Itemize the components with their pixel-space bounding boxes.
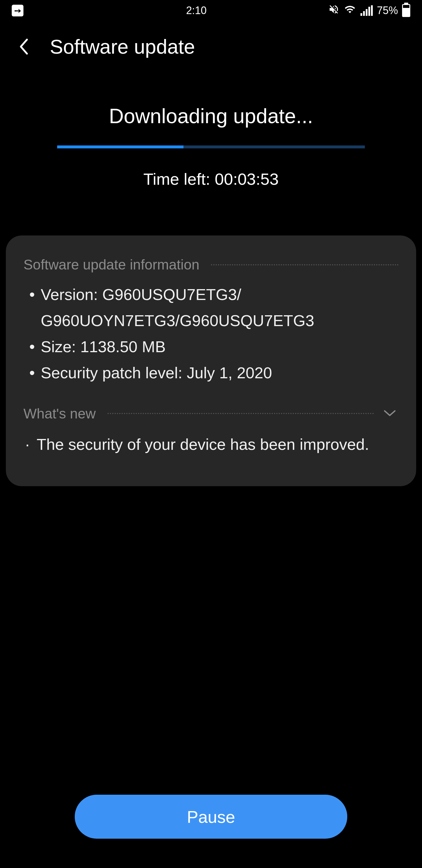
download-status: Downloading update... Time left: 00:03:5… [0,72,422,189]
info-size-text: Size: 1138.50 MB [41,334,398,360]
update-info-list: • Version: G960USQU7ETG3/ G960UOYN7ETG3/… [24,281,398,386]
dotted-divider [211,264,398,266]
update-info-card: Software update information • Version: G… [6,236,416,486]
app-shortcut-icon: ➚ [12,5,24,17]
status-bar: ➚ 2:10 75% [0,0,422,21]
whatsnew-text: The security of your device has been imp… [37,431,369,458]
wifi-icon [344,4,356,18]
battery-icon [402,4,410,17]
app-header: Software update [0,21,422,72]
whatsnew-header-row[interactable]: What's new [24,405,398,422]
bullet-icon: · [25,431,30,458]
chevron-down-icon [383,409,396,417]
info-version-row: • Version: G960USQU7ETG3/ G960UOYN7ETG3/… [29,281,398,334]
info-section-header: Software update information [24,256,398,273]
download-heading: Downloading update... [35,104,387,128]
dotted-divider [107,413,374,414]
expand-whats-new-button[interactable] [381,405,398,422]
signal-icon [360,5,373,16]
whatsnew-title: What's new [24,406,96,422]
whats-new-section: What's new · The security of your device… [24,405,398,458]
pause-button[interactable]: Pause [75,795,347,839]
info-version-text: Version: G960USQU7ETG3/ G960UOYN7ETG3/G9… [41,281,398,334]
chevron-left-icon [18,38,29,55]
info-security-row: • Security patch level: July 1, 2020 [29,360,398,386]
time-left-label: Time left: 00:03:53 [35,169,387,189]
status-clock: 2:10 [100,4,293,17]
info-security-text: Security patch level: July 1, 2020 [41,360,398,386]
back-button[interactable] [15,38,32,55]
pause-button-label: Pause [187,807,235,827]
progress-fill [57,146,184,148]
info-section-title: Software update information [24,256,199,273]
bullet-icon: • [29,281,35,334]
battery-pct: 75% [377,4,398,17]
progress-bar [57,146,365,148]
bullet-icon: • [29,334,35,360]
whatsnew-body: · The security of your device has been i… [24,431,398,458]
mute-icon [328,4,339,18]
info-size-row: • Size: 1138.50 MB [29,334,398,360]
status-right: 75% [293,4,410,18]
bullet-icon: • [29,360,35,386]
page-title: Software update [50,35,195,58]
status-left: ➚ [12,5,100,17]
